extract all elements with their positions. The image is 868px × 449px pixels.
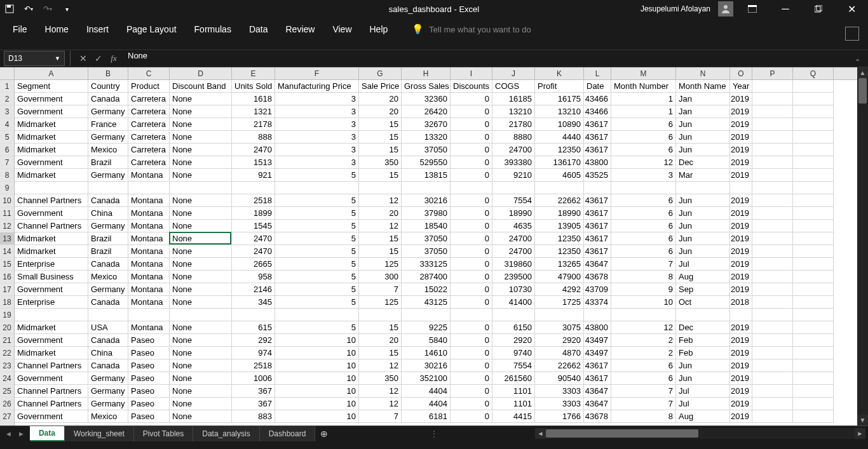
ribbon-display-options[interactable]	[738, 0, 766, 18]
cell-D8[interactable]: None	[170, 169, 232, 182]
cell-H27[interactable]: 6181	[402, 410, 451, 423]
enter-formula[interactable]: ✓	[91, 51, 106, 66]
close-button[interactable]: ✕	[837, 0, 865, 18]
cell-C10[interactable]: Montana	[128, 194, 170, 207]
ribbon-tab-view[interactable]: View	[331, 22, 353, 37]
cell-I18[interactable]: 0	[451, 296, 492, 309]
cell-J17[interactable]: 10730	[492, 283, 535, 296]
ribbon-tab-formulas[interactable]: Formulas	[193, 22, 233, 37]
cell-O19[interactable]	[730, 309, 752, 321]
row-header-9[interactable]: 9	[0, 182, 14, 194]
cell-F11[interactable]: 5	[275, 207, 359, 220]
cell-P19[interactable]	[752, 309, 793, 321]
cell-L17[interactable]: 43709	[584, 283, 611, 296]
cell-H10[interactable]: 30216	[402, 194, 451, 207]
cell-M19[interactable]	[611, 309, 676, 321]
row-header-24[interactable]: 24	[0, 372, 14, 385]
cell-J18[interactable]: 41400	[492, 296, 535, 309]
cell-D18[interactable]: None	[170, 296, 232, 309]
vscroll-thumb[interactable]	[858, 78, 867, 104]
tab-split[interactable]: ⋮	[333, 429, 535, 439]
cell-D9[interactable]	[170, 182, 232, 194]
cell-Q18[interactable]	[793, 296, 834, 309]
horizontal-scrollbar[interactable]: ◄ ►	[535, 428, 865, 439]
save-button[interactable]	[3, 2, 17, 16]
cell-L21[interactable]: 43497	[584, 334, 611, 347]
cell-D24[interactable]: None	[170, 372, 232, 385]
sheet-tab-data_analysis[interactable]: Data_analysis	[193, 426, 259, 441]
cell-L23[interactable]: 43617	[584, 359, 611, 372]
cell-B2[interactable]: Canada	[88, 93, 128, 105]
cell-H3[interactable]: 26420	[402, 105, 451, 118]
row-header-19[interactable]: 19	[0, 309, 14, 321]
cell-O17[interactable]: 2019	[730, 283, 752, 296]
cell-H22[interactable]: 14610	[402, 347, 451, 359]
cell-F13[interactable]: 5	[275, 232, 359, 245]
cell-C25[interactable]: Paseo	[128, 385, 170, 398]
cell-E1[interactable]: Units Sold	[232, 80, 275, 93]
cell-L20[interactable]: 43800	[584, 321, 611, 334]
cell-G11[interactable]: 20	[359, 207, 402, 220]
cell-E19[interactable]	[232, 309, 275, 321]
cell-I8[interactable]: 0	[451, 169, 492, 182]
cell-A10[interactable]: Channel Partners	[15, 194, 88, 207]
cell-C9[interactable]	[128, 182, 170, 194]
cell-J6[interactable]: 24700	[492, 144, 535, 156]
cell-E22[interactable]: 974	[232, 347, 275, 359]
cell-L10[interactable]: 43617	[584, 194, 611, 207]
cell-grid[interactable]: SegmentCountryProductDiscount BandUnits …	[15, 80, 857, 426]
cell-B13[interactable]: Brazil	[88, 232, 128, 245]
cell-Q3[interactable]	[793, 105, 834, 118]
cell-I17[interactable]: 0	[451, 283, 492, 296]
cell-D21[interactable]: None	[170, 334, 232, 347]
cell-A8[interactable]: Midmarket	[15, 169, 88, 182]
cell-B11[interactable]: China	[88, 207, 128, 220]
cell-K24[interactable]: 90540	[535, 372, 584, 385]
cell-I1[interactable]: Discounts	[451, 80, 492, 93]
cell-C6[interactable]: Carretera	[128, 144, 170, 156]
row-header-2[interactable]: 2	[0, 93, 14, 105]
row-header-3[interactable]: 3	[0, 105, 14, 118]
cell-Q7[interactable]	[793, 156, 834, 169]
cell-P15[interactable]	[752, 258, 793, 271]
sheet-tab-working_sheet[interactable]: Working_sheet	[65, 426, 134, 441]
cell-J27[interactable]: 4415	[492, 410, 535, 423]
cell-N12[interactable]: Jun	[676, 220, 730, 232]
cell-C18[interactable]: Montana	[128, 296, 170, 309]
cell-E23[interactable]: 2518	[232, 359, 275, 372]
cell-K1[interactable]: Profit	[535, 80, 584, 93]
cell-C8[interactable]: Montana	[128, 169, 170, 182]
cell-L26[interactable]: 43647	[584, 398, 611, 410]
cell-A20[interactable]: Midmarket	[15, 321, 88, 334]
row-header-10[interactable]: 10	[0, 194, 14, 207]
cell-P26[interactable]	[752, 398, 793, 410]
cell-J21[interactable]: 2920	[492, 334, 535, 347]
row-header-1[interactable]: 1	[0, 80, 14, 93]
cell-M18[interactable]: 10	[611, 296, 676, 309]
cell-M9[interactable]	[611, 182, 676, 194]
cell-P1[interactable]	[752, 80, 793, 93]
cell-A26[interactable]: Channel Partners	[15, 398, 88, 410]
cell-P24[interactable]	[752, 372, 793, 385]
cell-J3[interactable]: 13210	[492, 105, 535, 118]
hscroll-thumb[interactable]	[546, 429, 698, 438]
share-button[interactable]	[845, 27, 859, 41]
cell-F16[interactable]: 5	[275, 271, 359, 283]
cell-C14[interactable]: Montana	[128, 245, 170, 258]
cell-B1[interactable]: Country	[88, 80, 128, 93]
cell-Q6[interactable]	[793, 144, 834, 156]
cell-L3[interactable]: 43466	[584, 105, 611, 118]
cell-Q2[interactable]	[793, 93, 834, 105]
cell-P12[interactable]	[752, 220, 793, 232]
cell-G3[interactable]: 20	[359, 105, 402, 118]
cell-D11[interactable]: None	[170, 207, 232, 220]
col-header-D[interactable]: D	[170, 67, 232, 80]
cell-B18[interactable]: Canada	[88, 296, 128, 309]
cell-E11[interactable]: 1899	[232, 207, 275, 220]
cell-K8[interactable]: 4605	[535, 169, 584, 182]
cell-E24[interactable]: 1006	[232, 372, 275, 385]
cell-M16[interactable]: 8	[611, 271, 676, 283]
row-header-5[interactable]: 5	[0, 131, 14, 144]
cell-Q12[interactable]	[793, 220, 834, 232]
ribbon-tab-data[interactable]: Data	[248, 22, 269, 37]
